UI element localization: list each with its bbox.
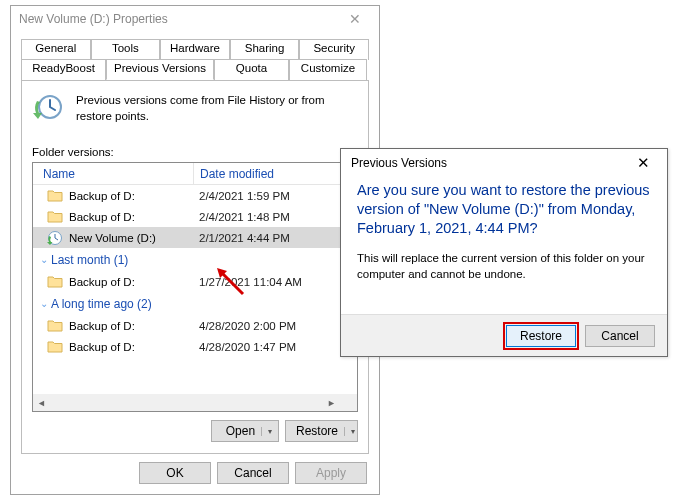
column-name[interactable]: Name <box>43 167 193 181</box>
info-text: Previous versions come from File History… <box>76 91 358 124</box>
dialog-titlebar[interactable]: Previous Versions ✕ <box>341 149 667 177</box>
group-header[interactable]: ⌄A long time ago (2) <box>33 292 357 315</box>
restore-button[interactable]: Restore▾ <box>285 420 358 442</box>
folder-icon <box>47 318 63 334</box>
folder-versions-label: Folder versions: <box>22 128 368 162</box>
tab-previous-versions[interactable]: Previous Versions <box>106 59 214 80</box>
apply-button[interactable]: Apply <box>295 462 367 484</box>
tab-tools[interactable]: Tools <box>91 39 161 60</box>
dialog-cancel-button[interactable]: Cancel <box>585 325 655 347</box>
tab-sharing[interactable]: Sharing <box>230 39 300 60</box>
open-button[interactable]: Open▾ <box>211 420 279 442</box>
row-date: 1/27/2021 11:04 AM <box>199 276 302 288</box>
row-date: 4/28/2020 2:00 PM <box>199 320 296 332</box>
tab-general[interactable]: General <box>21 39 91 60</box>
tab-content: Previous versions come from File History… <box>21 80 369 454</box>
scroll-left-icon[interactable]: ◄ <box>33 394 50 411</box>
drive-history-icon <box>47 230 63 246</box>
row-date: 2/4/2021 1:59 PM <box>199 190 290 202</box>
close-icon[interactable]: ✕ <box>623 151 663 175</box>
row-date: 4/28/2020 1:47 PM <box>199 341 296 353</box>
group-header[interactable]: ⌄Last month (1) <box>33 248 357 271</box>
chevron-down-icon: ⌄ <box>37 254 51 265</box>
tab-hardware[interactable]: Hardware <box>160 39 230 60</box>
version-row[interactable]: Backup of D:2/4/2021 1:48 PM <box>33 206 357 227</box>
version-row[interactable]: Backup of D:2/4/2021 1:59 PM <box>33 185 357 206</box>
cancel-button[interactable]: Cancel <box>217 462 289 484</box>
ok-button[interactable]: OK <box>139 462 211 484</box>
dialog-restore-button[interactable]: Restore <box>506 325 576 347</box>
tabs: General Tools Hardware Sharing Security … <box>11 32 379 80</box>
restore-highlight: Restore <box>503 322 579 350</box>
scroll-right-icon[interactable]: ► <box>323 394 340 411</box>
tab-quota[interactable]: Quota <box>214 59 289 80</box>
dialog-sub-text: This will replace the current version of… <box>357 250 653 282</box>
row-name: Backup of D: <box>69 211 199 223</box>
group-label: A long time ago (2) <box>51 297 152 311</box>
properties-window: New Volume (D:) Properties ✕ General Too… <box>10 5 380 495</box>
row-name: Backup of D: <box>69 190 199 202</box>
column-date[interactable]: Date modified <box>193 163 357 184</box>
close-icon[interactable]: ✕ <box>335 7 375 31</box>
confirm-dialog: Previous Versions ✕ Are you sure you wan… <box>340 148 668 357</box>
folder-icon <box>47 209 63 225</box>
row-date: 2/1/2021 4:44 PM <box>199 232 290 244</box>
horizontal-scrollbar[interactable]: ◄ ► <box>33 394 340 411</box>
versions-list: Name Date modified Backup of D:2/4/2021 … <box>32 162 358 412</box>
row-name: New Volume (D:) <box>69 232 199 244</box>
row-name: Backup of D: <box>69 341 199 353</box>
row-name: Backup of D: <box>69 320 199 332</box>
dialog-main-text: Are you sure you want to restore the pre… <box>357 181 653 238</box>
version-row[interactable]: Backup of D:4/28/2020 2:00 PM <box>33 315 357 336</box>
folder-icon <box>47 274 63 290</box>
version-row[interactable]: Backup of D:1/27/2021 11:04 AM <box>33 271 357 292</box>
folder-icon <box>47 339 63 355</box>
group-label: Last month (1) <box>51 253 128 267</box>
version-row[interactable]: New Volume (D:)2/1/2021 4:44 PM <box>33 227 357 248</box>
titlebar[interactable]: New Volume (D:) Properties ✕ <box>11 6 379 32</box>
row-date: 2/4/2021 1:48 PM <box>199 211 290 223</box>
tab-security[interactable]: Security <box>299 39 369 60</box>
dropdown-icon[interactable]: ▾ <box>344 427 355 436</box>
chevron-down-icon: ⌄ <box>37 298 51 309</box>
tab-readyboost[interactable]: ReadyBoost <box>21 59 106 80</box>
tab-customize[interactable]: Customize <box>289 59 367 80</box>
row-name: Backup of D: <box>69 276 199 288</box>
version-row[interactable]: Backup of D:4/28/2020 1:47 PM <box>33 336 357 357</box>
history-clock-icon <box>32 91 64 123</box>
dialog-title: Previous Versions <box>351 156 447 170</box>
window-title: New Volume (D:) Properties <box>19 12 168 26</box>
dropdown-icon[interactable]: ▾ <box>261 427 272 436</box>
folder-icon <box>47 188 63 204</box>
